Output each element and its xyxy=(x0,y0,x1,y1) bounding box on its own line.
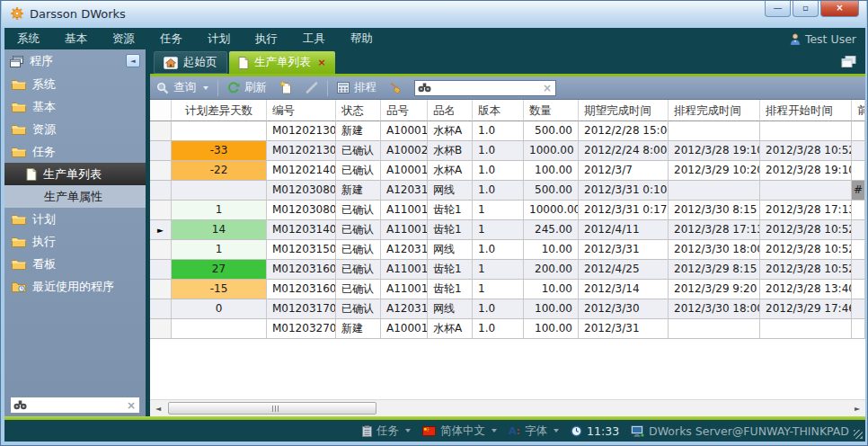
column-header-extra[interactable]: 前 xyxy=(852,100,865,121)
sidebar-item-6[interactable]: 生产单属性 xyxy=(4,185,146,208)
table-row[interactable]: -15M012031602已确认A11001齿轮1110.002012/3/14… xyxy=(150,280,865,299)
sidebar-item-7[interactable]: 计划 xyxy=(4,208,146,230)
column-header-due[interactable]: 期望完成时间 xyxy=(579,100,669,121)
cell-status: 已确认 xyxy=(336,280,381,299)
server-icon xyxy=(631,425,644,437)
sidebar-item-1[interactable]: 系统 xyxy=(4,73,146,95)
cell-due: 2012/2/24 8:00 xyxy=(579,141,669,161)
column-header-qty[interactable]: 数量 xyxy=(524,100,579,121)
toolbar-search-box[interactable]: × xyxy=(414,80,556,96)
cell-name: 齿轮1 xyxy=(428,201,473,220)
status-task[interactable]: 任务 xyxy=(362,424,411,439)
column-header-start[interactable]: 排程开始时间 xyxy=(760,100,852,121)
table-row[interactable]: -33M012021302已确认A10002水杯B1.01000.002012/… xyxy=(150,141,865,161)
cell-item: A11001 xyxy=(381,280,428,299)
sidebar-item-4[interactable]: 任务 xyxy=(4,140,146,163)
sidebar-item-3[interactable]: 资源 xyxy=(4,118,146,140)
column-header-ver[interactable]: 版本 xyxy=(473,100,524,121)
cell-item: A11001 xyxy=(381,260,428,280)
close-button[interactable]: × xyxy=(820,1,859,17)
menu-item-1[interactable]: 系统 xyxy=(4,31,52,45)
status-font[interactable]: A字体 xyxy=(509,424,559,439)
status-task-dropdown-icon[interactable] xyxy=(405,429,411,433)
sidebar-search-clear-icon[interactable]: × xyxy=(127,399,136,412)
edit-button[interactable] xyxy=(299,78,324,98)
cell-item: A12031 xyxy=(381,181,428,201)
status-font-dropdown-icon[interactable] xyxy=(554,429,559,433)
folder-icon xyxy=(12,102,26,112)
cell-id: M012031701 xyxy=(267,299,336,319)
menu-item-3[interactable]: 资源 xyxy=(100,31,147,45)
column-header-diff[interactable]: 计划差异天数 xyxy=(172,100,267,121)
sidebar-collapse-button[interactable]: ◄ xyxy=(126,54,140,67)
programs-icon xyxy=(10,56,23,67)
refresh-button[interactable]: 刷新 xyxy=(221,78,273,98)
scrollbar-thumb[interactable] xyxy=(168,402,376,415)
sidebar-item-5[interactable]: 生产单列表 xyxy=(4,163,146,185)
menu-item-6[interactable]: 执行 xyxy=(243,31,290,45)
toolbar-separator xyxy=(217,80,218,96)
table-row[interactable]: M012021301新建A10001水杯A1.0500.002012/2/28 … xyxy=(150,121,865,141)
query-dropdown-icon[interactable] xyxy=(203,86,208,90)
sidebar-item-9[interactable]: 看板 xyxy=(4,253,146,275)
cell-name: 水杯A xyxy=(428,161,473,181)
column-header-end[interactable]: 排程完成时间 xyxy=(669,100,760,121)
status-server[interactable]: DWorks Server@FUNWAY-THINKPAD xyxy=(631,424,849,438)
cell-diff: -33 xyxy=(172,141,267,161)
resize-grip[interactable] xyxy=(854,430,863,439)
cell-diff: -15 xyxy=(172,280,267,299)
sidebar-item-8[interactable]: 执行 xyxy=(4,230,146,253)
table-row[interactable]: 1M012030802已确认A11001齿轮1110000.002012/3/3… xyxy=(150,201,865,220)
cell-diff: 1 xyxy=(172,240,267,260)
table-row[interactable]: 27M012031601已确认A11001齿轮11200.002012/4/25… xyxy=(150,260,865,280)
sidebar-item-2[interactable]: 基本 xyxy=(4,95,146,118)
new-button[interactable] xyxy=(273,78,299,98)
table-row[interactable]: -22M012021401已确认A10001水杯A1.0100.002012/3… xyxy=(150,161,865,181)
schedule-button[interactable]: 排程 xyxy=(331,78,383,98)
column-header-status[interactable]: 状态 xyxy=(336,100,381,121)
tab-2[interactable]: 生产单列表× xyxy=(229,51,335,74)
toolbar-search-clear-icon[interactable]: × xyxy=(543,82,552,94)
table-row[interactable]: ►14M012031402已确认A11001齿轮11245.002012/4/1… xyxy=(150,220,865,240)
column-header-id[interactable]: 编号 xyxy=(267,100,336,121)
table-row[interactable]: 1M012031501已确认A12031网线1.010.002012/3/312… xyxy=(150,240,865,260)
cell-item: A10001 xyxy=(381,161,428,181)
status-time[interactable]: 11:33 xyxy=(571,424,619,438)
scroll-left-icon[interactable]: ◄ xyxy=(152,403,164,415)
table-row[interactable]: 0M012031701已确认A12031网线1.0100.002012/3/30… xyxy=(150,299,865,319)
query-button[interactable]: 查询 xyxy=(150,78,215,98)
cell-qty: 500.00 xyxy=(524,181,579,201)
tab-list-icon[interactable] xyxy=(841,56,856,67)
search-icon xyxy=(156,82,169,94)
column-header-item[interactable]: 品号 xyxy=(381,100,428,121)
horizontal-scrollbar[interactable]: ◄ ► xyxy=(150,399,865,416)
table-row[interactable]: M012030801新建A12031网线1.0500.002012/3/31 0… xyxy=(150,181,865,201)
cell-name: 水杯B xyxy=(428,141,473,161)
cell-id: M012031601 xyxy=(267,260,336,280)
menu-item-4[interactable]: 任务 xyxy=(147,31,195,45)
cell-id: M012032701 xyxy=(267,319,336,339)
menu-item-2[interactable]: 基本 xyxy=(52,31,100,45)
menu-item-8[interactable]: 帮助 xyxy=(338,31,385,45)
menu-item-7[interactable]: 工具 xyxy=(290,31,338,45)
clean-button[interactable] xyxy=(383,78,409,98)
column-header-name[interactable]: 品名 xyxy=(428,100,473,121)
status-language[interactable]: 简体中文 xyxy=(422,424,497,439)
minimize-button[interactable]: — xyxy=(765,1,791,17)
scroll-right-icon[interactable]: ► xyxy=(851,403,864,415)
tab-close-icon[interactable]: × xyxy=(318,57,326,68)
menu-item-5[interactable]: 计划 xyxy=(195,31,243,45)
folder-icon xyxy=(12,259,26,270)
sidebar-search-box[interactable]: × xyxy=(10,397,140,414)
cell-end: 2012/3/28 17:13 xyxy=(669,220,760,240)
maximize-button[interactable]: ▫ xyxy=(793,1,819,17)
cell-qty: 500.00 xyxy=(524,121,579,141)
cell-name: 齿轮1 xyxy=(428,220,473,240)
cell-start: 2012/3/28 13:40 xyxy=(760,280,852,299)
table-row[interactable]: M012032701新建A10001水杯A1.0100.002012/3/31 xyxy=(150,319,865,339)
cell-start: 2012/3/28 17:13 xyxy=(760,201,852,220)
sidebar-item-10[interactable]: 最近使用的程序 xyxy=(4,275,146,298)
status-language-dropdown-icon[interactable] xyxy=(492,429,497,433)
sidebar: 程序 ◄ 系统基本资源任务生产单列表生产单属性计划执行看板最近使用的程序 × xyxy=(4,49,146,416)
tab-1[interactable]: 起始页 xyxy=(154,51,227,74)
